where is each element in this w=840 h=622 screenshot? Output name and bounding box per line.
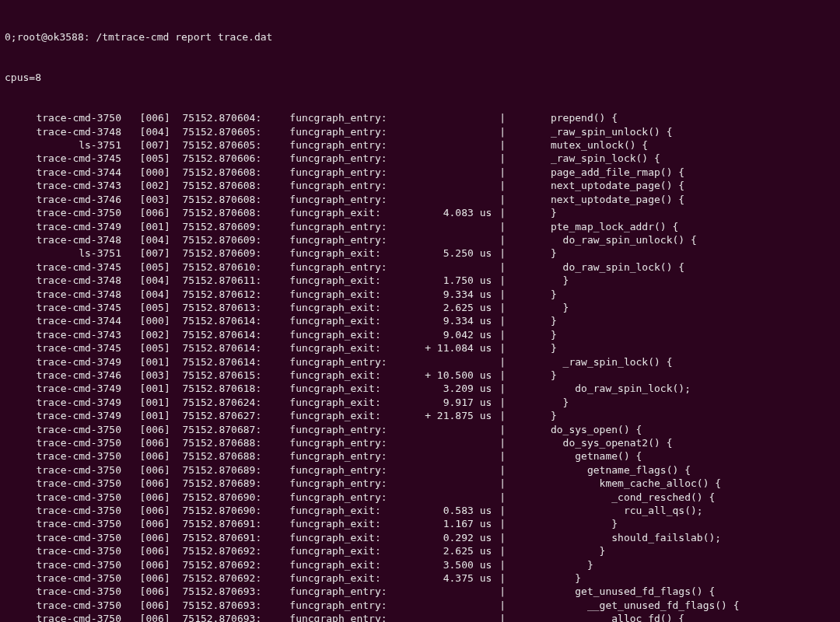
function-call: }: [538, 246, 556, 260]
trace-row: trace-cmd-3750 [006] 75152.870687: funcg…: [5, 423, 835, 436]
task-name: trace-cmd-3750: [5, 544, 121, 557]
timestamp: 75152.870606:: [182, 152, 283, 165]
duration: 9.334 us: [414, 288, 492, 301]
cpu-id: [005]: [134, 260, 177, 274]
cpu-id: [001]: [134, 382, 177, 395]
task-name: trace-cmd-3743: [5, 179, 121, 192]
trace-row: trace-cmd-3750 [006] 75152.870692: funcg…: [5, 571, 835, 585]
trace-row: trace-cmd-3744 [000] 75152.870614: funcg…: [5, 314, 835, 327]
terminal-output[interactable]: 0;root@ok3588: /tmtrace-cmd report trace…: [0, 0, 840, 622]
event-type: funcgraph_exit:: [289, 396, 414, 409]
event-type: funcgraph_entry:: [289, 152, 414, 165]
function-call: do_sys_openat2() {: [538, 436, 672, 449]
separator: |: [492, 369, 538, 382]
function-call: _raw_spin_lock() {: [538, 152, 660, 165]
duration: 9.917 us: [414, 396, 492, 409]
function-call: }: [538, 314, 556, 327]
cpu-id: [001]: [134, 409, 177, 422]
cpu-id: [006]: [134, 477, 177, 490]
separator: |: [492, 463, 538, 477]
separator: |: [492, 328, 538, 341]
task-name: trace-cmd-3749: [5, 382, 121, 395]
cpu-id: [006]: [134, 558, 177, 571]
separator: |: [492, 179, 538, 192]
separator: |: [492, 517, 538, 530]
duration: 2.625 us: [414, 544, 492, 557]
task-name: trace-cmd-3750: [5, 517, 121, 530]
separator: |: [492, 314, 538, 327]
trace-row: trace-cmd-3750 [006] 75152.870689: funcg…: [5, 463, 835, 477]
trace-row: ls-3751 [007] 75152.870609: funcgraph_ex…: [5, 246, 835, 260]
timestamp: 75152.870610:: [182, 260, 283, 274]
function-call: do_sys_open() {: [538, 423, 642, 436]
trace-row: trace-cmd-3748 [004] 75152.870611: funcg…: [5, 274, 835, 287]
function-call: }: [538, 517, 618, 530]
event-type: funcgraph_exit:: [289, 288, 414, 301]
function-call: getname_flags() {: [538, 463, 691, 477]
duration: 2.625 us: [414, 301, 492, 314]
trace-row: trace-cmd-3749 [001] 75152.870609: funcg…: [5, 220, 835, 233]
task-name: trace-cmd-3749: [5, 355, 121, 369]
function-call: kmem_cache_alloc() {: [538, 477, 721, 490]
function-call: }: [538, 341, 556, 355]
timestamp: 75152.870688:: [182, 436, 283, 449]
task-name: trace-cmd-3745: [5, 341, 121, 355]
timestamp: 75152.870608:: [182, 206, 283, 219]
separator: |: [492, 409, 538, 422]
separator: |: [492, 152, 538, 165]
trace-row: trace-cmd-3749 [001] 75152.870618: funcg…: [5, 382, 835, 395]
separator: |: [492, 288, 538, 301]
event-type: funcgraph_exit:: [289, 206, 414, 219]
trace-row: trace-cmd-3750 [006] 75152.870692: funcg…: [5, 558, 835, 571]
duration: 0.583 us: [414, 504, 492, 517]
event-type: funcgraph_exit:: [289, 274, 414, 287]
function-call: }: [538, 288, 556, 301]
function-call: prepend() {: [538, 111, 618, 124]
timestamp: 75152.870605:: [182, 138, 283, 152]
function-call: next_uptodate_page() {: [538, 193, 684, 206]
trace-row: trace-cmd-3748 [004] 75152.870605: funcg…: [5, 125, 835, 138]
task-name: trace-cmd-3748: [5, 288, 121, 301]
event-type: funcgraph_exit:: [289, 571, 414, 585]
timestamp: 75152.870604:: [182, 111, 283, 124]
event-type: funcgraph_exit:: [289, 246, 414, 260]
trace-row: trace-cmd-3750 [006] 75152.870689: funcg…: [5, 477, 835, 490]
task-name: ls-3751: [5, 246, 121, 260]
task-name: trace-cmd-3749: [5, 220, 121, 233]
cpu-id: [001]: [134, 355, 177, 369]
task-name: trace-cmd-3750: [5, 436, 121, 449]
timestamp: 75152.870614:: [182, 341, 283, 355]
cpu-id: [006]: [134, 206, 177, 219]
cpu-id: [002]: [134, 179, 177, 192]
function-call: }: [538, 396, 569, 409]
task-name: trace-cmd-3750: [5, 477, 121, 490]
separator: |: [492, 220, 538, 233]
separator: |: [492, 125, 538, 138]
function-call: __get_unused_fd_flags() {: [538, 599, 739, 612]
duration: + 10.500 us: [414, 369, 492, 382]
timestamp: 75152.870611:: [182, 274, 283, 287]
timestamp: 75152.870608:: [182, 166, 283, 179]
event-type: funcgraph_entry:: [289, 166, 414, 179]
timestamp: 75152.870693:: [182, 612, 283, 622]
cpu-id: [006]: [134, 599, 177, 612]
cpu-id: [006]: [134, 544, 177, 557]
function-call: do_raw_spin_lock();: [538, 382, 691, 395]
trace-row: trace-cmd-3744 [000] 75152.870608: funcg…: [5, 166, 835, 179]
event-type: funcgraph_entry:: [289, 138, 414, 152]
task-name: trace-cmd-3749: [5, 409, 121, 422]
timestamp: 75152.870624:: [182, 396, 283, 409]
timestamp: 75152.870605:: [182, 125, 283, 138]
cpu-id: [006]: [134, 612, 177, 622]
separator: |: [492, 423, 538, 436]
separator: |: [492, 491, 538, 504]
trace-row: trace-cmd-3749 [001] 75152.870624: funcg…: [5, 396, 835, 409]
event-type: funcgraph_exit:: [289, 341, 414, 355]
separator: |: [492, 193, 538, 206]
trace-row: trace-cmd-3746 [003] 75152.870615: funcg…: [5, 369, 835, 382]
event-type: funcgraph_entry:: [289, 491, 414, 504]
event-type: funcgraph_exit:: [289, 517, 414, 530]
trace-row: trace-cmd-3745 [005] 75152.870606: funcg…: [5, 152, 835, 165]
trace-row: trace-cmd-3748 [004] 75152.870612: funcg…: [5, 288, 835, 301]
trace-rows: trace-cmd-3750 [006] 75152.870604: funcg…: [5, 111, 835, 622]
